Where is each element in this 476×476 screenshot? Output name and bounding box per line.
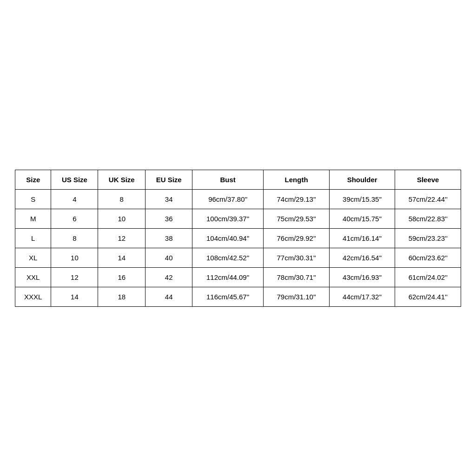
table-header-row: Size US Size UK Size EU Size Bust Length…	[15, 170, 461, 189]
table-row: XXL121642112cm/44.09''78cm/30.71''43cm/1…	[15, 267, 461, 287]
cell-eu-size: 38	[145, 228, 192, 248]
cell-uk-size: 12	[98, 228, 145, 248]
cell-length: 75cm/29.53''	[264, 209, 330, 228]
header-sleeve: Sleeve	[395, 170, 461, 189]
table-row: XXXL141844116cm/45.67''79cm/31.10''44cm/…	[15, 287, 461, 306]
cell-size: XXL	[15, 267, 51, 287]
cell-shoulder: 39cm/15.35''	[329, 189, 395, 209]
cell-length: 76cm/29.92''	[264, 228, 330, 248]
cell-us-size: 10	[51, 248, 98, 267]
cell-uk-size: 14	[98, 248, 145, 267]
cell-length: 77cm/30.31''	[264, 248, 330, 267]
cell-us-size: 8	[51, 228, 98, 248]
size-chart-container: Size US Size UK Size EU Size Bust Length…	[15, 170, 461, 307]
cell-length: 78cm/30.71''	[264, 267, 330, 287]
cell-shoulder: 42cm/16.54''	[329, 248, 395, 267]
header-shoulder: Shoulder	[329, 170, 395, 189]
cell-shoulder: 43cm/16.93''	[329, 267, 395, 287]
size-chart-table: Size US Size UK Size EU Size Bust Length…	[15, 170, 461, 307]
cell-eu-size: 40	[145, 248, 192, 267]
cell-us-size: 6	[51, 209, 98, 228]
cell-shoulder: 41cm/16.14''	[329, 228, 395, 248]
cell-sleeve: 57cm/22.44''	[395, 189, 461, 209]
cell-shoulder: 44cm/17.32''	[329, 287, 395, 306]
table-row: XL101440108cm/42.52''77cm/30.31''42cm/16…	[15, 248, 461, 267]
table-row: L81238104cm/40.94''76cm/29.92''41cm/16.1…	[15, 228, 461, 248]
header-eu-size: EU Size	[145, 170, 192, 189]
cell-size: XL	[15, 248, 51, 267]
cell-uk-size: 8	[98, 189, 145, 209]
header-uk-size: UK Size	[98, 170, 145, 189]
cell-us-size: 12	[51, 267, 98, 287]
cell-eu-size: 36	[145, 209, 192, 228]
cell-sleeve: 62cm/24.41''	[395, 287, 461, 306]
cell-bust: 112cm/44.09''	[192, 267, 264, 287]
cell-size: S	[15, 189, 51, 209]
cell-uk-size: 16	[98, 267, 145, 287]
cell-bust: 116cm/45.67''	[192, 287, 264, 306]
cell-bust: 100cm/39.37''	[192, 209, 264, 228]
cell-shoulder: 40cm/15.75''	[329, 209, 395, 228]
cell-length: 74cm/29.13''	[264, 189, 330, 209]
cell-bust: 96cm/37.80''	[192, 189, 264, 209]
cell-us-size: 4	[51, 189, 98, 209]
cell-size: L	[15, 228, 51, 248]
header-us-size: US Size	[51, 170, 98, 189]
cell-uk-size: 10	[98, 209, 145, 228]
cell-sleeve: 61cm/24.02''	[395, 267, 461, 287]
cell-size: M	[15, 209, 51, 228]
cell-sleeve: 58cm/22.83''	[395, 209, 461, 228]
cell-eu-size: 44	[145, 287, 192, 306]
cell-uk-size: 18	[98, 287, 145, 306]
cell-length: 79cm/31.10''	[264, 287, 330, 306]
header-size: Size	[15, 170, 51, 189]
table-row: S483496cm/37.80''74cm/29.13''39cm/15.35'…	[15, 189, 461, 209]
cell-us-size: 14	[51, 287, 98, 306]
cell-sleeve: 59cm/23.23''	[395, 228, 461, 248]
header-bust: Bust	[192, 170, 264, 189]
cell-sleeve: 60cm/23.62''	[395, 248, 461, 267]
cell-size: XXXL	[15, 287, 51, 306]
cell-bust: 104cm/40.94''	[192, 228, 264, 248]
table-row: M61036100cm/39.37''75cm/29.53''40cm/15.7…	[15, 209, 461, 228]
header-length: Length	[264, 170, 330, 189]
cell-eu-size: 34	[145, 189, 192, 209]
cell-eu-size: 42	[145, 267, 192, 287]
cell-bust: 108cm/42.52''	[192, 248, 264, 267]
